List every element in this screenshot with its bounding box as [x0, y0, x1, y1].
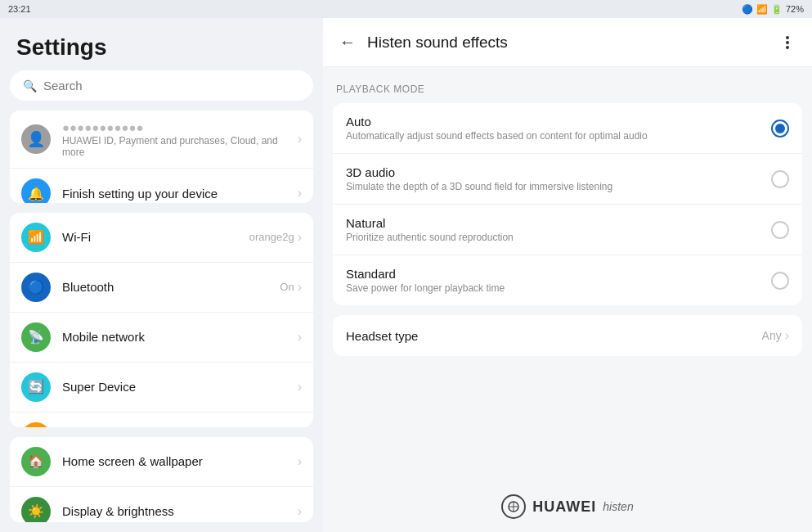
- histen-header-left: ← Histen sound effects: [336, 29, 508, 55]
- account-card: 👤 ●●●●●●●●●●● HUAWEI ID, Payment and pur…: [10, 110, 313, 203]
- super-device-content: Super Device: [62, 380, 286, 394]
- search-icon: 🔍: [23, 79, 37, 92]
- account-chevron: ›: [298, 132, 302, 147]
- search-input[interactable]: [43, 79, 300, 92]
- 3d-audio-option[interactable]: 3D audio Simulate the depth of a 3D soun…: [333, 154, 802, 205]
- status-icons: 🔵 📶 🔋 72%: [742, 4, 804, 15]
- main-layout: Settings 🔍 👤 ●●●●●●●●●●● HUAWEI ID, Paym…: [0, 18, 812, 532]
- home-screen-content: Home screen & wallpaper: [62, 454, 286, 468]
- display-brightness-content: Display & brightness: [62, 504, 286, 518]
- headset-label: Headset type: [346, 329, 762, 343]
- wifi-right: orange2g ›: [249, 230, 302, 245]
- playback-card: Auto Automatically adjust sound effects …: [333, 103, 802, 305]
- battery-percent: 72%: [786, 4, 804, 14]
- home-screen-title: Home screen & wallpaper: [62, 454, 286, 468]
- histen-footer: HUAWEI histen: [323, 481, 812, 532]
- bluetooth-status: On: [280, 281, 294, 293]
- account-icon: 👤: [21, 124, 51, 154]
- battery-icon: 🔋: [771, 4, 783, 15]
- home-screen-chevron: ›: [298, 454, 302, 469]
- search-bar[interactable]: 🔍: [10, 70, 313, 101]
- back-button[interactable]: ←: [336, 29, 359, 55]
- mobile-network-content: Mobile network: [62, 330, 286, 344]
- auto-radio-inner: [775, 124, 785, 133]
- display-brightness-title: Display & brightness: [62, 504, 286, 518]
- standard-title: Standard: [346, 267, 760, 281]
- account-content: ●●●●●●●●●●● HUAWEI ID, Payment and purch…: [62, 120, 286, 158]
- more-options-button[interactable]: [776, 31, 799, 54]
- status-time: 23:21: [8, 4, 31, 14]
- huawei-logo-icon: [507, 500, 520, 513]
- svg-point-0: [786, 36, 789, 39]
- finish-setup-item[interactable]: 🔔 Finish setting up your device ›: [10, 169, 313, 203]
- wifi-chevron: ›: [298, 230, 302, 245]
- auto-title: Auto: [346, 115, 760, 128]
- natural-option[interactable]: Natural Prioritize authentic sound repro…: [333, 205, 802, 255]
- natural-desc: Prioritize authentic sound reproduction: [346, 232, 760, 243]
- super-device-item[interactable]: 🔄 Super Device ›: [10, 363, 313, 413]
- huawei-logo-circle: [501, 494, 526, 519]
- headset-row[interactable]: Headset type Any ›: [333, 315, 802, 356]
- histen-title: Histen sound effects: [367, 34, 508, 52]
- natural-title: Natural: [346, 216, 760, 230]
- finish-setup-icon: 🔔: [21, 178, 51, 203]
- headset-card: Headset type Any ›: [333, 315, 802, 356]
- 3d-audio-text: 3D audio Simulate the depth of a 3D soun…: [346, 165, 760, 192]
- histen-panel: ← Histen sound effects PLAYBACK MODE Aut: [323, 18, 812, 532]
- auto-option[interactable]: Auto Automatically adjust sound effects …: [333, 103, 802, 154]
- status-bar: 23:21 🔵 📶 🔋 72%: [0, 0, 812, 18]
- bluetooth-icon: 🔵: [21, 273, 51, 302]
- svg-point-1: [786, 41, 789, 44]
- finish-setup-chevron: ›: [298, 186, 302, 201]
- auto-desc: Automatically adjust sound effects based…: [346, 130, 760, 142]
- histen-product: histen: [603, 500, 633, 513]
- super-device-chevron: ›: [298, 380, 302, 394]
- display-brightness-item[interactable]: ☀️ Display & brightness ›: [10, 487, 313, 522]
- account-item[interactable]: 👤 ●●●●●●●●●●● HUAWEI ID, Payment and pur…: [10, 110, 313, 169]
- connectivity-card: 📶 Wi-Fi orange2g › 🔵 Bluetooth On ›: [10, 213, 313, 427]
- account-subtitle: HUAWEI ID, Payment and purchases, Cloud,…: [62, 135, 286, 158]
- 3d-audio-desc: Simulate the depth of a 3D sound field f…: [346, 181, 760, 192]
- mobile-network-title: Mobile network: [62, 330, 286, 344]
- wifi-network: orange2g: [249, 231, 294, 243]
- bluetooth-title: Bluetooth: [62, 280, 268, 294]
- account-name: ●●●●●●●●●●●: [62, 120, 286, 134]
- home-screen-icon: 🏠: [21, 447, 51, 476]
- bluetooth-item[interactable]: 🔵 Bluetooth On ›: [10, 263, 313, 313]
- wifi-icon: 📶: [21, 223, 51, 252]
- playback-mode-label: PLAYBACK MODE: [333, 77, 802, 103]
- headset-right: Any ›: [762, 328, 789, 343]
- finish-setup-content: Finish setting up your device: [62, 187, 286, 201]
- more-connections-icon: 🔗: [21, 422, 51, 427]
- finish-setup-title: Finish setting up your device: [62, 187, 286, 201]
- standard-radio[interactable]: [771, 272, 789, 290]
- standard-text: Standard Save power for longer playback …: [346, 267, 760, 294]
- mobile-network-icon: 📡: [21, 322, 51, 352]
- mobile-network-chevron: ›: [298, 330, 302, 345]
- settings-title: Settings: [0, 18, 323, 70]
- display-brightness-icon: ☀️: [21, 497, 51, 522]
- natural-radio[interactable]: [771, 221, 789, 239]
- more-connections-item[interactable]: 🔗 More connections ›: [10, 413, 313, 427]
- wifi-item[interactable]: 📶 Wi-Fi orange2g ›: [10, 213, 313, 263]
- display-card: 🏠 Home screen & wallpaper › ☀️ Display &…: [10, 437, 313, 522]
- headset-value: Any: [762, 329, 782, 342]
- svg-point-2: [786, 46, 789, 49]
- standard-option[interactable]: Standard Save power for longer playback …: [333, 255, 802, 305]
- histen-content: PLAYBACK MODE Auto Automatically adjust …: [323, 67, 812, 481]
- mobile-network-item[interactable]: 📡 Mobile network ›: [10, 313, 313, 363]
- bluetooth-right: On ›: [280, 280, 302, 295]
- super-device-icon: 🔄: [21, 372, 51, 402]
- super-device-title: Super Device: [62, 380, 286, 394]
- auto-text: Auto Automatically adjust sound effects …: [346, 115, 760, 142]
- home-screen-item[interactable]: 🏠 Home screen & wallpaper ›: [10, 437, 313, 487]
- natural-text: Natural Prioritize authentic sound repro…: [346, 216, 760, 243]
- headset-chevron: ›: [785, 328, 789, 343]
- bluetooth-chevron: ›: [298, 280, 302, 295]
- auto-radio[interactable]: [771, 119, 789, 138]
- bluetooth-status-icon: 🔵: [742, 4, 753, 15]
- bluetooth-content: Bluetooth: [62, 280, 268, 294]
- wifi-content: Wi-Fi: [62, 230, 238, 244]
- signal-icon: 📶: [756, 4, 768, 15]
- 3d-audio-radio[interactable]: [771, 170, 789, 188]
